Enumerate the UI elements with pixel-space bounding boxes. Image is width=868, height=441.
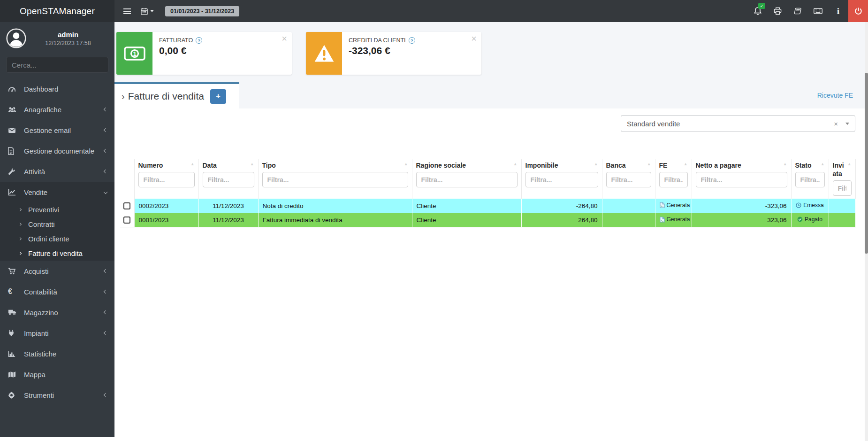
col-fe[interactable]: FE▲ xyxy=(659,161,688,170)
filter-data-input[interactable] xyxy=(203,172,254,187)
sidebar-item-mappa[interactable]: Mappa xyxy=(0,364,114,385)
sort-icon: ▲ xyxy=(821,162,824,167)
sort-icon: ▲ xyxy=(684,162,687,167)
sidebar-item-contratti[interactable]: Contratti xyxy=(0,217,114,232)
sidebar-item-anagrafiche[interactable]: Anagrafiche xyxy=(0,99,114,120)
sidebar-item-contabilita[interactable]: € Contabilità xyxy=(0,281,114,302)
tab-fatture-di-vendita[interactable]: › Fatture di vendita + xyxy=(114,82,239,108)
col-tipo[interactable]: Tipo▲ xyxy=(262,161,408,170)
notifications-button[interactable]: ✓ xyxy=(747,0,768,22)
wrench-icon xyxy=(8,168,20,175)
cell-inviata xyxy=(829,213,855,227)
notification-count-badge: ✓ xyxy=(758,3,765,9)
sidebar-item-gestione-documentale[interactable]: Gestione documentale xyxy=(0,140,114,161)
sidebar-item-ordini-cliente[interactable]: Ordini cliente xyxy=(0,232,114,246)
power-icon xyxy=(854,7,862,15)
app-brand[interactable]: OpenSTAManager xyxy=(0,0,114,22)
user-datetime: 12/12/2023 17:58 xyxy=(26,40,110,46)
print-button[interactable] xyxy=(768,0,788,22)
user-panel: admin 12/12/2023 17:58 xyxy=(0,22,114,52)
sidebar-item-preventivi[interactable]: Preventivi xyxy=(0,202,114,217)
filter-fe-input[interactable] xyxy=(659,172,688,187)
sidebar: admin 12/12/2023 17:58 Dashboard Anagraf… xyxy=(0,22,114,437)
row-checkbox[interactable] xyxy=(123,217,130,224)
sidebar-item-vendite[interactable]: Vendite xyxy=(0,182,114,202)
card-value: -323,06 € xyxy=(349,45,415,56)
cell-netto: -323,06 xyxy=(692,199,791,213)
cell-tipo: Nota di credito xyxy=(258,199,412,213)
sidebar-item-impianti[interactable]: Impianti xyxy=(0,323,114,343)
close-icon[interactable]: × xyxy=(471,33,477,44)
top-navbar: OpenSTAManager 01/01/2023 - 31/12/2023 ✓… xyxy=(0,0,868,22)
chevron-left-icon xyxy=(104,310,107,314)
col-ragione-sociale[interactable]: Ragione sociale▲ xyxy=(416,161,518,170)
filter-netto-input[interactable] xyxy=(696,172,787,187)
col-data[interactable]: Data▲ xyxy=(203,161,254,170)
sidebar-item-acquisti[interactable]: Acquisti xyxy=(0,261,114,281)
shortcuts-button[interactable] xyxy=(808,0,828,22)
row-checkbox[interactable] xyxy=(123,202,130,209)
sidebar-item-dashboard[interactable]: Dashboard xyxy=(0,78,114,99)
header-zone: 1 FATTURATO ? 0,00 € × CREDITI DA xyxy=(114,22,868,108)
col-numero[interactable]: Numero▲ xyxy=(138,161,195,170)
sidebar-search[interactable] xyxy=(6,57,108,73)
sort-icon: ▲ xyxy=(783,162,787,167)
cell-data: 11/12/2023 xyxy=(198,199,258,213)
filter-banca-input[interactable] xyxy=(606,172,651,187)
ricevute-fe-link[interactable]: Ricevute FE xyxy=(817,92,853,99)
cell-data: 11/12/2023 xyxy=(198,213,258,227)
sidebar-item-fatture-di-vendita[interactable]: Fatture di vendita xyxy=(0,246,114,261)
chevron-left-icon xyxy=(104,331,107,335)
table-row[interactable]: 0001/2023 11/12/2023 Fattura immediata d… xyxy=(120,213,855,227)
clear-icon[interactable]: × xyxy=(834,120,838,128)
filter-inviata-input[interactable] xyxy=(833,180,852,196)
col-stato[interactable]: Stato▲ xyxy=(795,161,825,170)
sidebar-item-attivita[interactable]: Attività xyxy=(0,161,114,182)
chevron-left-icon xyxy=(104,149,107,153)
col-banca[interactable]: Banca▲ xyxy=(606,161,651,170)
hamburger-menu-icon[interactable] xyxy=(123,8,131,15)
help-icon[interactable]: ? xyxy=(409,37,415,44)
col-netto-a-pagare[interactable]: Netto a pagare▲ xyxy=(696,161,787,170)
docs-button[interactable] xyxy=(788,0,808,22)
cell-inviata xyxy=(829,199,855,213)
row-checkbox-cell xyxy=(120,213,134,227)
cell-numero: 0002/2023 xyxy=(134,199,198,213)
user-name[interactable]: admin xyxy=(26,31,110,39)
sidebar-item-statistiche[interactable]: Statistiche xyxy=(0,343,114,364)
close-icon[interactable]: × xyxy=(282,33,287,44)
xml-file-icon xyxy=(660,217,665,223)
search-input[interactable] xyxy=(12,61,105,69)
sidebar-section-vendite: Vendite Preventivi Contratti Ordini clie… xyxy=(0,182,114,261)
col-inviata[interactable]: Inviata▲ xyxy=(833,161,852,178)
info-button[interactable]: i xyxy=(828,0,848,22)
filter-stato-input[interactable] xyxy=(795,172,825,187)
table-row[interactable]: 0002/2023 11/12/2023 Nota di credito Cli… xyxy=(120,199,855,213)
gear-icon xyxy=(8,392,20,399)
filter-ragione-sociale-input[interactable] xyxy=(416,172,518,187)
chevron-down-icon[interactable] xyxy=(845,123,849,125)
filter-tipo-input[interactable] xyxy=(262,172,408,187)
cart-icon xyxy=(8,268,20,275)
cell-stato: Emessa xyxy=(791,199,829,213)
col-imponibile[interactable]: Imponibile▲ xyxy=(525,161,598,170)
filter-numero-input[interactable] xyxy=(138,172,195,187)
chart-bar-icon xyxy=(8,350,20,357)
date-range-badge[interactable]: 01/01/2023 - 31/12/2023 xyxy=(165,6,239,16)
help-icon[interactable]: ? xyxy=(196,37,202,44)
select-all-header xyxy=(120,159,134,199)
sort-icon: ▲ xyxy=(594,162,598,167)
filter-imponibile-input[interactable] xyxy=(525,172,598,187)
sidebar-item-magazzino[interactable]: Magazzino xyxy=(0,302,114,323)
card-label: FATTURATO xyxy=(159,37,193,44)
add-invoice-button[interactable]: + xyxy=(210,89,226,104)
logout-button[interactable] xyxy=(848,0,868,22)
sidebar-item-strumenti[interactable]: Strumenti xyxy=(0,385,114,405)
scrollbar-thumb[interactable] xyxy=(865,73,868,254)
sidebar-item-gestione-email[interactable]: Gestione email xyxy=(0,120,114,140)
view-select[interactable]: Standard vendite × xyxy=(621,115,855,132)
sort-icon: ▲ xyxy=(647,162,651,167)
cell-ragione-sociale: Cliente xyxy=(412,199,521,213)
calendar-picker[interactable] xyxy=(141,8,154,15)
main-content: 1 FATTURATO ? 0,00 € × CREDITI DA xyxy=(114,22,868,441)
